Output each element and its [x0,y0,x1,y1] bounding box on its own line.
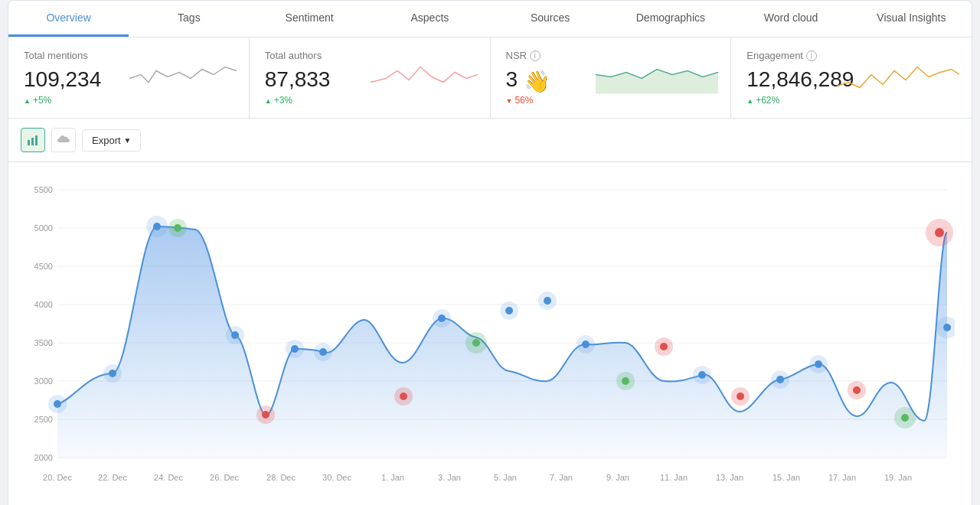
tab-aspects[interactable]: Aspects [370,1,490,37]
svg-point-27 [174,224,181,232]
engagement-up-arrow [746,95,753,106]
svg-text:17. Jan: 17. Jan [828,473,856,482]
svg-text:2000: 2000 [34,453,53,462]
svg-point-29 [231,331,239,339]
svg-text:5. Jan: 5. Jan [494,473,517,482]
svg-text:5000: 5000 [34,223,53,233]
nsr-down-arrow [506,95,513,106]
svg-text:2500: 2500 [34,415,53,424]
svg-text:30. Dec: 30. Dec [322,473,351,482]
svg-text:4500: 4500 [34,262,53,271]
svg-text:3500: 3500 [34,338,53,347]
svg-text:7. Jan: 7. Jan [550,473,573,482]
svg-text:4000: 4000 [34,300,53,309]
svg-rect-3 [35,135,38,145]
tab-overview[interactable]: Overview [8,1,129,37]
svg-point-67 [943,324,951,331]
svg-point-35 [319,348,327,356]
svg-point-43 [505,307,513,314]
engagement-sparkline [837,55,959,100]
svg-rect-2 [31,138,34,145]
mentions-up-arrow [24,95,31,106]
svg-point-37 [400,393,407,400]
nsr-sparkline [596,55,718,100]
svg-point-45 [544,297,551,305]
main-chart: 5500 5000 4500 4000 3500 3000 2500 2000 [21,174,955,503]
authors-up-arrow [265,95,272,106]
svg-point-47 [582,340,590,348]
metric-engagement: Engagement i 12,846,289 +62% [731,37,972,118]
chart-view-button[interactable] [21,128,45,152]
svg-point-49 [622,377,629,385]
metric-total-authors: Total authors 87,833 +3% [250,37,491,118]
svg-text:24. Dec: 24. Dec [154,473,183,482]
tab-wordcloud[interactable]: Word cloud [731,1,851,37]
export-chevron-icon: ▼ [124,136,132,145]
metric-nsr: NSR i 3 👋 56% [491,37,732,118]
svg-point-33 [291,345,299,353]
mentions-sparkline [129,55,237,100]
svg-text:13. Jan: 13. Jan [716,473,743,482]
authors-sparkline [371,55,478,100]
main-container: Overview Tags Sentiment Aspects Sources … [8,0,972,505]
tab-demographics[interactable]: Demographics [610,1,730,37]
engagement-change-value: +62% [756,95,779,106]
svg-text:3. Jan: 3. Jan [438,473,461,482]
engagement-info-icon[interactable]: i [806,50,817,61]
tab-sources[interactable]: Sources [490,1,610,37]
nav-tabs: Overview Tags Sentiment Aspects Sources … [8,1,972,37]
toolbar: Export ▼ [8,119,972,162]
authors-change-value: +3% [274,95,292,106]
svg-point-23 [109,370,116,377]
tab-sentiment[interactable]: Sentiment [250,1,370,37]
svg-point-61 [853,386,861,394]
svg-text:9. Jan: 9. Jan [606,473,629,482]
svg-point-57 [776,376,784,383]
svg-point-41 [472,339,480,347]
svg-text:3000: 3000 [34,376,53,386]
svg-text:11. Jan: 11. Jan [660,473,688,482]
export-label: Export [92,135,121,146]
svg-point-63 [901,414,909,422]
svg-point-65 [935,228,944,237]
svg-marker-0 [596,69,718,93]
svg-text:20. Dec: 20. Dec [43,473,72,482]
svg-point-53 [698,371,706,379]
svg-text:1. Jan: 1. Jan [381,473,404,482]
svg-point-39 [438,314,446,322]
export-button[interactable]: Export ▼ [82,129,141,152]
svg-point-25 [153,223,161,230]
svg-text:22. Dec: 22. Dec [98,473,127,482]
tab-visual[interactable]: Visual Insights [851,1,972,37]
svg-point-21 [54,400,61,408]
nsr-emoji: 👋 [524,69,550,94]
tab-tags[interactable]: Tags [129,1,249,37]
svg-text:28. Dec: 28. Dec [266,473,296,482]
metrics-row: Total mentions 109,234 +5% Total authors… [8,37,972,119]
svg-point-51 [660,343,668,350]
svg-text:19. Jan: 19. Jan [884,473,912,482]
mentions-change-value: +5% [33,95,51,106]
cloud-view-button[interactable] [51,128,76,152]
metric-total-mentions: Total mentions 109,234 +5% [8,37,250,118]
nsr-info-icon[interactable]: i [530,50,541,61]
svg-point-59 [815,360,822,368]
metric-nsr-value: 3 [506,67,518,92]
svg-text:26. Dec: 26. Dec [210,473,239,482]
nsr-change-value: 56% [514,95,533,106]
svg-rect-1 [28,140,30,145]
chart-area: 5500 5000 4500 4000 3500 3000 2500 2000 [8,162,972,505]
svg-point-55 [737,393,744,400]
svg-text:15. Jan: 15. Jan [773,473,800,482]
svg-point-31 [262,411,270,419]
svg-text:5500: 5500 [34,185,53,194]
